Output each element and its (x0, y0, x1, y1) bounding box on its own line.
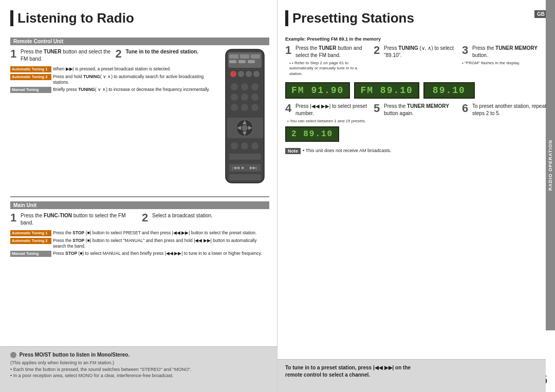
svg-point-20 (251, 104, 258, 111)
svg-point-30 (251, 142, 258, 150)
remote-area: 1 Press the TUNER button and select the … (10, 48, 269, 192)
svg-text:▶▶|: ▶▶| (250, 165, 257, 170)
right-step2-text: Press TUNING (∨, ∧) to select "89.10". (384, 45, 459, 59)
lcd-displays-top: FM 91.90 FM 89.10 89.10 (285, 82, 547, 99)
svg-rect-31 (229, 154, 261, 160)
presetting-stations-title: Presetting Stations (285, 10, 414, 26)
main-tuning-note-1: Automatic Tuning 1 Press the STOP (■) bu… (10, 230, 269, 236)
remote-tuning-notes: Automatic Tuning 1 When ▶▶| is pressed, … (10, 66, 216, 93)
main-unit-section: Main Unit 1 Press the FUNC-TION button t… (10, 201, 269, 257)
svg-point-16 (241, 94, 248, 101)
remote-step2: 2 Tune in to the desired station. (116, 48, 217, 62)
right-step6-text: To preset another station, repeat steps … (472, 103, 547, 117)
main-tuning-notes: Automatic Tuning 1 Press the STOP (■) bu… (10, 230, 269, 257)
remote-step1-row: 1 Press the TUNER button and select the … (10, 48, 216, 62)
main-unit-header: Main Unit (10, 201, 269, 209)
auto-tuning-1-label: Automatic Tuning 1 (10, 66, 51, 72)
tuning-note-3: Manual Tuning Briefly press TUNING( ∨ ∧)… (10, 87, 216, 93)
step4-note1: • You can select between 1 and 15 preset… (285, 119, 371, 123)
svg-point-10 (246, 71, 252, 77)
remote-img: |◀◀ ■ ▶▶| (220, 48, 269, 192)
radio-operation-sidebar: RADIO OPERATION (546, 0, 555, 330)
right-step1-text: Press the TUNER button and select the FM… (295, 45, 371, 59)
tuning-note-1: Automatic Tuning 1 When ▶▶| is pressed, … (10, 66, 216, 72)
main-step1: 1 Press the FUNC-TION button to select t… (10, 212, 138, 226)
bottom-left-sub2: • Each time the button is pressed, the s… (10, 366, 267, 373)
main-auto-tuning-2-label: Automatic Tuning 2 (10, 238, 51, 244)
svg-point-29 (241, 142, 248, 150)
bottom-left-sub3: • In a poor reception area, select MONO … (10, 372, 267, 379)
svg-point-28 (231, 142, 238, 150)
right-step3-text: Press the TUNER MEMORY button. (472, 45, 547, 59)
gray-circle-icon (10, 352, 16, 358)
lcd-display-2: FM 89.10 (354, 82, 419, 99)
main-tuning-note-3: Manual Tuning Press STOP (■) to select M… (10, 251, 269, 257)
svg-rect-7 (248, 60, 255, 63)
auto-tuning-1-desc: When ▶▶| is pressed, a preset broadcast … (53, 66, 171, 72)
page-container: Listening to Radio Remote Control Unit 1… (0, 0, 555, 392)
right-steps-top: 1 Press the TUNER button and select the … (285, 45, 547, 78)
right-page: GB Presetting Stations Example: Presetti… (278, 0, 555, 392)
step2-text: Tune in to the desired station. (126, 48, 199, 62)
right-page-title: Presetting Stations (285, 10, 547, 32)
main-step1-number: 1 (10, 212, 18, 226)
right-step1-number: 1 (285, 45, 293, 59)
right-step1: 1 Press the TUNER button and select the … (285, 45, 371, 78)
main-step2: 2 Select a broadcast station. (142, 212, 269, 226)
remote-control-svg: |◀◀ ■ ▶▶| (223, 48, 267, 192)
tuning-note-2: Automatic Tuning 2 Press and hold TUNING… (10, 74, 216, 85)
svg-point-8 (230, 71, 236, 77)
note-box: Note • This unit does not receive AM bro… (285, 148, 547, 154)
lcd-display-3: 89.10 (423, 82, 475, 99)
right-step4-text: Press |◀◀ ▶▶| to select preset number. (295, 103, 371, 117)
step2-note1: • Refer to Step 2 on page 61 to automati… (289, 61, 371, 77)
main-auto-tuning-1-desc: Press the STOP (■) button to select PRES… (53, 230, 256, 236)
step3-note1: • "PRGM" flashes in the display. (462, 61, 547, 65)
svg-rect-3 (240, 54, 249, 59)
lcd-display-4: 2 89.10 (285, 126, 339, 142)
main-step2-number: 2 (142, 212, 150, 226)
main-auto-tuning-2-desc: Press the STOP (■) button to select "MAN… (53, 238, 269, 249)
remote-control-header: Remote Control Unit (10, 38, 269, 45)
lcd-display-1: FM 91.90 (285, 82, 350, 99)
bottom-right-content: To tune in to a preset station, press |◀… (285, 365, 535, 378)
right-step5-text: Press the TUNER MEMORY button again. (384, 103, 459, 117)
right-step2-number: 2 (374, 45, 382, 59)
svg-rect-5 (229, 60, 236, 63)
remote-steps: 1 Press the TUNER button and select the … (10, 48, 216, 192)
bottom-left-main: Press MO/ST button to listen in Mono/Ste… (10, 352, 267, 358)
remote-control-section: Remote Control Unit 1 Press the TUNER bu… (10, 38, 269, 192)
svg-rect-6 (238, 60, 246, 63)
right-step4: 4 Press |◀◀ ▶▶| to select preset number.… (285, 103, 371, 142)
bottom-left-content: Press MO/ST button to listen in Mono/Ste… (10, 352, 267, 379)
auto-tuning-2-desc: Press and hold TUNING( ∨ ∧) to automatic… (53, 74, 216, 85)
step2-number: 2 (116, 48, 124, 62)
bottom-left-sub1: (This applies only when listening to an … (10, 360, 267, 366)
main-auto-tuning-1-label: Automatic Tuning 1 (10, 230, 51, 236)
right-step5: 5 Press the TUNER MEMORY button again. (374, 103, 459, 142)
main-tuning-note-2: Automatic Tuning 2 Press the STOP (■) bu… (10, 238, 269, 249)
note-text: • This unit does not receive AM broadcas… (303, 148, 392, 153)
right-steps-bottom: 4 Press |◀◀ ▶▶| to select preset number.… (285, 103, 547, 142)
svg-point-13 (241, 83, 248, 90)
bottom-right-section: To tune in to a preset station, press |◀… (278, 359, 546, 392)
svg-rect-2 (229, 54, 238, 59)
right-step6: 6 To preset another station, repeat step… (462, 103, 547, 142)
main-step2-text: Select a broadcast station. (152, 212, 213, 226)
svg-point-9 (238, 71, 244, 77)
bottom-left-section: Press MO/ST button to listen in Mono/Ste… (0, 346, 277, 392)
main-manual-tuning-label: Manual Tuning (10, 251, 51, 257)
right-step2: 2 Press TUNING (∨, ∧) to select "89.10". (374, 45, 459, 78)
svg-point-19 (241, 104, 248, 111)
svg-point-14 (251, 83, 258, 90)
svg-point-17 (251, 94, 258, 101)
manual-tuning-label: Manual Tuning (10, 87, 51, 93)
bottom-right-main2: remote control to select a channel. (285, 372, 535, 378)
example-text: Example: Presetting FM 89.1 in the memor… (285, 36, 547, 42)
divider-1 (10, 196, 269, 197)
right-step4-number: 4 (285, 103, 293, 117)
left-page-title: Listening to Radio (10, 10, 269, 32)
svg-rect-0 (226, 49, 264, 183)
main-manual-tuning-desc: Press STOP (■) to select MANUAL and then… (53, 251, 262, 256)
radio-operation-text: RADIO OPERATION (548, 140, 553, 191)
